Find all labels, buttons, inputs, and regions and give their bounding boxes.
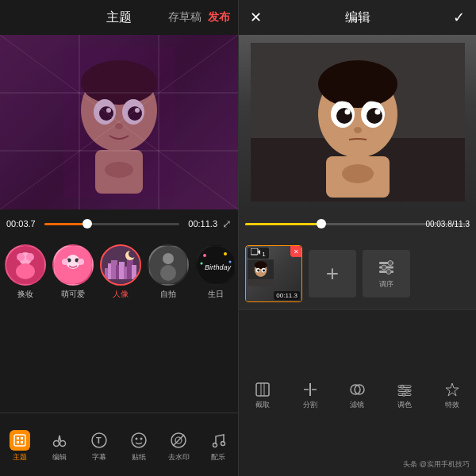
timeline-scrubber[interactable]: [44, 223, 179, 225]
svg-point-77: [345, 109, 351, 115]
watermark-remove-icon: [170, 432, 187, 449]
color-adjust-icon: [397, 382, 413, 397]
confirm-button[interactable]: ✓: [453, 9, 465, 26]
sticker-face-icon: [130, 432, 148, 449]
nav-item-watermark[interactable]: 去水印: [163, 430, 194, 463]
theme-item-renxiang[interactable]: 人像: [100, 244, 141, 300]
svg-point-54: [54, 441, 60, 447]
clip-delete-button[interactable]: ✕: [290, 246, 301, 257]
right-timeline-knob[interactable]: [317, 219, 326, 228]
clip-number-1: 1: [248, 248, 269, 259]
svg-point-79: [354, 127, 362, 133]
theme-circle-renxiang: [100, 244, 141, 286]
right-nav-row: 截取 分割 滤镜: [239, 310, 476, 476]
theme-item-shengri[interactable]: Birthday 生日: [195, 244, 236, 300]
svg-point-39: [129, 250, 136, 258]
svg-point-47: [229, 261, 232, 263]
theme-nav-icon: [13, 433, 27, 447]
edit-scissors-icon: [51, 432, 68, 449]
music-note-icon: [209, 432, 227, 449]
nav-item-caption[interactable]: T 字幕: [83, 430, 115, 463]
theme-item-keai[interactable]: 萌可爱: [52, 244, 94, 300]
svg-rect-49: [14, 435, 25, 446]
theme-item-huangu[interactable]: 换妆: [5, 244, 46, 300]
adjust-icon: [396, 381, 413, 398]
svg-line-57: [60, 436, 61, 442]
right-title: 编辑: [345, 10, 370, 26]
svg-point-45: [203, 254, 206, 257]
svg-point-78: [375, 109, 381, 115]
theme-label-shengri: 生日: [208, 289, 224, 300]
nav-item-crop[interactable]: 截取: [248, 381, 277, 410]
left-header: 主题 存草稿 发布: [0, 0, 238, 35]
left-timeline: 00:03.7 00:11.3 ⤢: [0, 209, 238, 238]
publish-button[interactable]: 发布: [208, 10, 230, 25]
theme-circle-huangu: [5, 244, 46, 286]
svg-marker-112: [446, 383, 459, 396]
svg-point-88: [257, 270, 259, 272]
theme-img-huangu: [6, 246, 44, 284]
svg-point-111: [402, 393, 405, 396]
svg-point-66: [213, 443, 217, 447]
video-clip-icon: [251, 248, 260, 256]
effect-icon: [443, 381, 461, 398]
nav-item-adjust[interactable]: 调色: [390, 381, 419, 410]
svg-point-89: [263, 270, 265, 272]
adjust-order-button[interactable]: 调序: [363, 250, 410, 298]
right-video-preview: [239, 35, 476, 209]
right-time-display: 00:03.8/11.3: [425, 220, 470, 228]
theme-label-huangu: 换妆: [17, 289, 33, 300]
time-end: 00:11.3: [184, 219, 217, 228]
timeline-fill: [44, 223, 87, 225]
split-scissors-icon: [302, 382, 318, 397]
nav-item-effect[interactable]: 特效: [438, 381, 466, 410]
nav-item-theme[interactable]: 主题: [4, 430, 36, 463]
nav-label-edit: 编辑: [52, 452, 67, 463]
svg-rect-53: [21, 441, 23, 443]
nav-label-filter: 滤镜: [350, 400, 364, 410]
cartoon-character-right: [251, 43, 465, 202]
nav-label-crop: 截取: [255, 400, 270, 410]
theme-label-zipaisha: 自拍: [160, 289, 176, 300]
save-draft-button[interactable]: 存草稿: [168, 10, 202, 25]
svg-point-76: [367, 108, 382, 124]
add-clip-button[interactable]: +: [309, 250, 356, 298]
adjust-order-label: 调序: [379, 279, 393, 290]
crop-icon: [254, 381, 271, 398]
clip-item-1[interactable]: 00:11.3 1 ✕: [245, 245, 302, 302]
svg-point-110: [405, 389, 409, 392]
svg-point-41: [163, 253, 174, 264]
svg-rect-106: [398, 386, 411, 388]
theme-item-zipaisha[interactable]: 自拍: [148, 244, 189, 300]
nav-label-adjust: 调色: [397, 400, 412, 410]
fullscreen-icon[interactable]: ⤢: [222, 217, 232, 230]
close-button[interactable]: ✕: [250, 9, 262, 26]
nav-item-edit[interactable]: 编辑: [44, 430, 75, 463]
svg-point-28: [78, 259, 84, 265]
right-video-thumb: [239, 35, 476, 209]
right-bottom-nav: 截取 分割 滤镜: [239, 309, 476, 476]
theme-label-keai: 萌可爱: [61, 289, 85, 300]
svg-point-46: [224, 252, 227, 255]
timeline-knob[interactable]: [83, 219, 92, 228]
sticker-icon: [129, 430, 149, 451]
nav-item-music[interactable]: 配乐: [202, 430, 234, 463]
nav-item-filter[interactable]: 滤镜: [343, 381, 371, 410]
svg-point-48: [201, 263, 203, 265]
watermark-icon: [168, 430, 189, 451]
theme-circle-zipaisha: [148, 244, 189, 286]
svg-point-20: [16, 263, 35, 279]
svg-rect-34: [119, 262, 125, 279]
themes-section: 换妆 萌可爱: [0, 238, 238, 413]
svg-point-60: [132, 433, 146, 447]
theme-circle-shengri: Birthday: [195, 244, 236, 286]
nav-label-theme: 主题: [13, 452, 27, 463]
nav-item-sticker[interactable]: 贴纸: [123, 430, 155, 463]
themes-row: 换妆 萌可爱: [5, 244, 233, 300]
nav-item-split[interactable]: 分割: [296, 381, 324, 410]
left-bottom-nav: 主题 编辑 T: [0, 413, 238, 476]
clip-duration-1: 00:11.3: [274, 291, 300, 300]
svg-rect-37: [132, 265, 136, 279]
crop-scissors-icon: [255, 382, 271, 397]
right-header: ✕ 编辑 ✓: [239, 0, 476, 35]
